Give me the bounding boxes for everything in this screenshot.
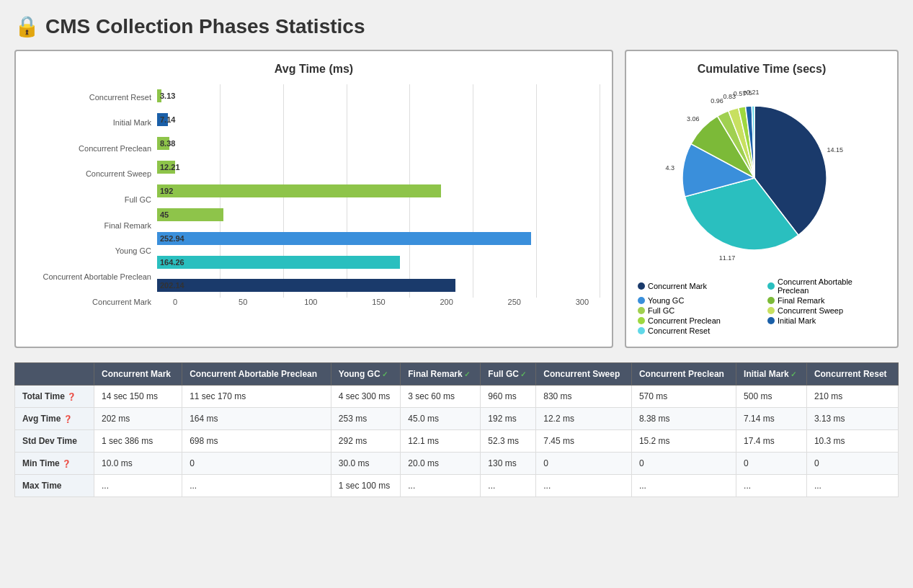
table-cell: 20.0 ms xyxy=(401,453,481,475)
table-cell: 210 ms xyxy=(806,386,898,408)
bar-row: 8.38 xyxy=(157,135,600,152)
bar-row: 7.14 xyxy=(157,111,600,128)
x-axis-label: 0 xyxy=(157,298,193,315)
table-cell: 10.3 ms xyxy=(806,430,898,453)
table-cell: 0 xyxy=(736,453,807,475)
bar-fill: 45 xyxy=(157,208,223,221)
table-cell: 17.4 ms xyxy=(736,430,807,453)
legend-dot xyxy=(767,307,775,314)
pie-container: 14.1511.174.33.060.960.830.570.50.21 Con… xyxy=(638,84,886,335)
legend-label: Initial Mark xyxy=(778,316,816,325)
bars-container: 3.137.148.3812.2119245252.94164.26202.14 xyxy=(157,84,600,298)
table-cell: ... xyxy=(481,475,536,497)
table-cell: 3 sec 60 ms xyxy=(401,386,481,408)
bar-fill: 12.21 xyxy=(157,161,175,174)
pie-label: 3.06 xyxy=(687,115,700,122)
x-axis-label: 250 xyxy=(496,298,533,315)
table-header-empty xyxy=(15,363,94,386)
legend-dot xyxy=(767,317,775,324)
table-row: Max Time......1 sec 100 ms..............… xyxy=(15,475,899,497)
legend-label: Concurrent Sweep xyxy=(778,306,843,315)
table-column-header: Concurrent Mark xyxy=(94,363,182,386)
bar-chart-area: Concurrent ResetInitial MarkConcurrent P… xyxy=(27,84,600,315)
bar-graph-inner: 3.137.148.3812.2119245252.94164.26202.14… xyxy=(157,84,600,315)
table-cell: ... xyxy=(94,475,182,497)
table-column-header: Concurrent Sweep xyxy=(536,363,632,386)
pie-chart-title: Cumulative Time (secs) xyxy=(638,63,886,76)
table-column-header: Concurrent Reset xyxy=(806,363,898,386)
table-cell: 15.2 ms xyxy=(631,430,736,453)
col-icon: ✓ xyxy=(520,370,526,378)
table-cell: 192 ms xyxy=(481,408,536,430)
bar-label: Concurrent Reset xyxy=(27,86,151,108)
x-axis-label: 200 xyxy=(429,298,465,315)
pie-label: 11.17 xyxy=(719,254,736,262)
table-cell: 698 ms xyxy=(182,430,331,453)
bar-label: Initial Mark xyxy=(27,112,151,133)
table-cell: 500 ms xyxy=(736,386,807,408)
table-column-header: Young GC✓ xyxy=(331,363,400,386)
table-cell: 10.0 ms xyxy=(94,453,182,475)
table-cell: 1 sec 386 ms xyxy=(94,430,182,453)
table-cell: 3.13 ms xyxy=(806,408,898,430)
table-row: Std Dev Time1 sec 386 ms698 ms292 ms12.1… xyxy=(15,430,899,453)
table-cell: 164 ms xyxy=(182,408,331,430)
bar-labels: Concurrent ResetInitial MarkConcurrent P… xyxy=(27,84,157,315)
help-icon[interactable]: ❓ xyxy=(67,393,76,401)
bar-fill: 7.14 xyxy=(157,113,168,126)
x-axis-label: 300 xyxy=(564,298,600,315)
legend-item: Young GC xyxy=(638,296,756,305)
table-cell: 830 ms xyxy=(536,386,632,408)
legend-dot xyxy=(767,297,775,304)
table-body: Total Time ❓14 sec 150 ms11 sec 170 ms4 … xyxy=(15,386,899,497)
bar-chart-container: Avg Time (ms) Concurrent ResetInitial Ma… xyxy=(14,50,613,348)
legend-item: Concurrent Reset xyxy=(638,326,756,335)
table-cell: 130 ms xyxy=(481,453,536,475)
bar-fill: 8.38 xyxy=(157,137,169,150)
bar-fill: 252.94 xyxy=(157,232,531,245)
table-cell: 12.2 ms xyxy=(536,408,632,430)
legend-item: Concurrent Preclean xyxy=(638,316,756,325)
table-row-header: Avg Time ❓ xyxy=(15,408,94,430)
table-column-header: Final Remark✓ xyxy=(401,363,481,386)
pie-svg-wrapper: 14.1511.174.33.060.960.830.570.50.21 xyxy=(661,84,863,272)
data-table-wrapper: Concurrent MarkConcurrent Abortable Prec… xyxy=(14,362,899,497)
bar-graph-area: 3.137.148.3812.2119245252.94164.26202.14… xyxy=(157,84,600,315)
pie-label: 0.96 xyxy=(711,97,723,104)
legend-label: Concurrent Abortable Preclean xyxy=(778,277,886,295)
table-cell: ... xyxy=(401,475,481,497)
legend-label: Concurrent Mark xyxy=(648,282,707,290)
help-icon[interactable]: ❓ xyxy=(63,415,72,423)
table-cell: 960 ms xyxy=(481,386,536,408)
help-icon[interactable]: ❓ xyxy=(62,460,71,468)
table-cell: 0 xyxy=(182,453,331,475)
table-cell: 0 xyxy=(806,453,898,475)
table-cell: 45.0 ms xyxy=(401,408,481,430)
table-cell: ... xyxy=(806,475,898,497)
bar-fill: 3.13 xyxy=(157,89,161,102)
table-header: Concurrent MarkConcurrent Abortable Prec… xyxy=(15,363,899,386)
legend-item: Final Remark xyxy=(767,296,886,305)
x-axis-label: 100 xyxy=(293,298,329,315)
pie-legend: Concurrent MarkConcurrent Abortable Prec… xyxy=(638,277,886,335)
table-row-header: Total Time ❓ xyxy=(15,386,94,408)
table-row: Total Time ❓14 sec 150 ms11 sec 170 ms4 … xyxy=(15,386,899,408)
bar-row: 202.14 xyxy=(157,277,600,294)
pie-label: 4.3 xyxy=(666,164,675,172)
table-cell: 11 sec 170 ms xyxy=(182,386,331,408)
pie-label: 14.15 xyxy=(827,146,843,153)
bar-fill: 192 xyxy=(157,184,441,197)
legend-item: Initial Mark xyxy=(767,316,886,325)
table-cell: ... xyxy=(182,475,331,497)
data-table: Concurrent MarkConcurrent Abortable Prec… xyxy=(14,362,899,497)
table-cell: 0 xyxy=(631,453,736,475)
legend-dot xyxy=(767,282,775,290)
table-cell: 4 sec 300 ms xyxy=(331,386,400,408)
table-row-header: Max Time xyxy=(15,475,94,497)
charts-row: Avg Time (ms) Concurrent ResetInitial Ma… xyxy=(14,50,899,348)
table-column-header: Full GC✓ xyxy=(481,363,536,386)
legend-label: Concurrent Preclean xyxy=(648,316,721,325)
legend-dot xyxy=(638,297,645,304)
table-cell: 12.1 ms xyxy=(401,430,481,453)
bar-row: 12.21 xyxy=(157,159,600,176)
